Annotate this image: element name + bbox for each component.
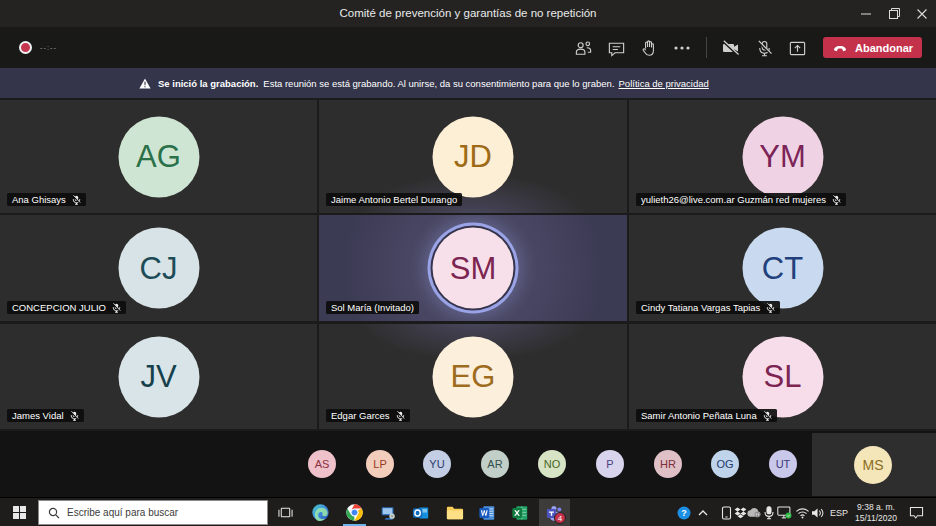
chrome-app-icon[interactable]	[341, 500, 367, 525]
raise-hand-icon	[640, 39, 658, 57]
participant-tile[interactable]: CJCONCEPCION JULIO	[0, 215, 317, 321]
edge-app-icon[interactable]	[307, 500, 333, 525]
participant-tile[interactable]: JVJames Vidal	[0, 324, 317, 429]
participant-tile[interactable]: SMSol María (Invitado)	[319, 215, 627, 321]
volume-tray-icon[interactable]	[809, 502, 827, 523]
participant-tile[interactable]: YMyulieth26@live.com.ar Guzmán red mujer…	[629, 100, 936, 213]
outlook-app-icon[interactable]	[408, 500, 434, 525]
action-center-icon	[909, 506, 924, 520]
overflow-participant-avatar[interactable]: LP	[366, 450, 394, 478]
participant-avatar: EG	[433, 336, 514, 417]
muted-mic-icon	[832, 195, 841, 205]
word-app-icon[interactable]	[474, 500, 500, 525]
task-view-button[interactable]	[272, 500, 298, 525]
muted-mic-icon	[763, 411, 772, 421]
participant-name: Ana Ghisays	[12, 194, 66, 205]
monitor-shield-icon	[777, 506, 792, 519]
file-explorer-app-icon[interactable]	[441, 500, 467, 525]
taskbar-search-input[interactable]: Escribe aquí para buscar	[38, 500, 268, 525]
muted-mic-icon	[70, 411, 79, 421]
clock-date: 15/11/2020	[855, 513, 897, 524]
speaker-icon	[811, 507, 825, 519]
task-view-icon	[278, 505, 293, 520]
language-indicator[interactable]: ESP	[828, 498, 850, 526]
help-icon: ?	[677, 506, 691, 520]
recording-indicator-icon	[19, 41, 32, 54]
participant-nameplate: Jaime Antonio Bertel Durango	[326, 193, 462, 206]
recording-banner-content: Se inició la grabación. Esta reunión se …	[139, 68, 709, 98]
search-placeholder: Escribe aquí para buscar	[67, 507, 178, 518]
restore-icon	[889, 8, 900, 19]
overflow-participant-avatar[interactable]: NO	[538, 450, 566, 478]
excel-app-icon[interactable]	[507, 500, 533, 525]
overflow-participant-avatar[interactable]: YU	[423, 450, 451, 478]
participant-nameplate: Samir Antonio Peñata Luna	[636, 409, 777, 422]
participant-tile[interactable]: EGEdgar Garces	[319, 324, 627, 429]
participant-nameplate: yulieth26@live.com.ar Guzmán red mujeres	[636, 193, 846, 206]
minimize-button[interactable]	[852, 0, 880, 27]
help-tray-icon[interactable]: ?	[675, 502, 693, 523]
meeting-toolbar: --:--	[0, 27, 936, 68]
title-bar: Comité de prevención y garantías de no r…	[0, 0, 936, 27]
share-screen-button[interactable]	[787, 38, 807, 58]
participant-name: Sol María (Invitado)	[331, 302, 414, 313]
more-actions-button[interactable]	[672, 38, 692, 58]
svg-text:?: ?	[681, 508, 687, 518]
participant-name: Samir Antonio Peñata Luna	[641, 410, 757, 421]
folder-icon	[445, 503, 464, 522]
action-center-button[interactable]	[903, 502, 929, 523]
participant-tile[interactable]: CTCindy Tatiana Vargas Tapias	[629, 215, 936, 321]
start-button[interactable]	[6, 498, 32, 526]
overflow-participant-avatar[interactable]: UT	[769, 450, 797, 478]
participant-avatar: SL	[742, 336, 823, 417]
participant-tile[interactable]: JDJaime Antonio Bertel Durango	[319, 100, 627, 213]
camera-toggle-button[interactable]	[721, 38, 741, 58]
security-health-tray-icon[interactable]	[775, 502, 793, 523]
participant-avatar: SM	[433, 228, 514, 309]
muted-mic-icon	[72, 195, 81, 205]
edge-icon	[311, 503, 330, 522]
muted-mic-icon	[766, 303, 775, 313]
overflow-participant-avatar[interactable]: AS	[308, 450, 336, 478]
participant-nameplate: Ana Ghisays	[7, 193, 86, 206]
close-icon	[917, 9, 927, 19]
participant-nameplate: CONCEPCION JULIO	[7, 301, 126, 314]
outlook-icon	[412, 504, 430, 522]
participant-nameplate: Cindy Tatiana Vargas Tapias	[636, 301, 780, 314]
participant-avatar: YM	[742, 116, 823, 197]
excel-icon	[511, 504, 529, 522]
restore-button[interactable]	[880, 0, 908, 27]
raise-hand-button[interactable]	[639, 38, 659, 58]
chat-icon	[607, 39, 626, 58]
show-participants-button[interactable]	[573, 38, 593, 58]
taskbar-clock[interactable]: 9:38 a. m. 15/11/2020	[851, 498, 901, 526]
privacy-policy-link[interactable]: Política de privacidad	[619, 78, 709, 89]
minimize-icon	[861, 9, 871, 19]
teams-notification-badge: 4	[554, 512, 566, 524]
self-view-tile[interactable]: MS	[812, 433, 936, 496]
tray-expand-chevron[interactable]	[694, 502, 712, 523]
word-icon	[478, 504, 496, 522]
participant-tile[interactable]: SLSamir Antonio Peñata Luna	[629, 324, 936, 429]
mic-toggle-button[interactable]	[754, 38, 774, 58]
computer-icon	[379, 504, 397, 522]
overflow-participant-avatar[interactable]: HR	[654, 450, 682, 478]
participant-avatar: AG	[118, 116, 199, 197]
recording-banner: Se inició la grabación. Esta reunión se …	[0, 68, 936, 98]
chevron-up-icon	[698, 509, 708, 517]
warning-icon	[139, 78, 151, 89]
windows-logo-icon	[13, 506, 26, 519]
participant-nameplate: Edgar Garces	[326, 409, 410, 422]
overflow-participant-avatar[interactable]: OG	[711, 450, 739, 478]
overflow-participants-strip: MS ASLPYUARNOPHROGUT	[0, 431, 936, 497]
leave-meeting-button[interactable]: Abandonar	[823, 37, 922, 58]
participant-avatar: JV	[118, 336, 199, 417]
close-button[interactable]	[908, 0, 936, 27]
overflow-participant-avatar[interactable]: AR	[481, 450, 509, 478]
overflow-participant-avatar[interactable]: P	[596, 450, 624, 478]
participant-tile[interactable]: AGAna Ghisays	[0, 100, 317, 213]
meeting-timer: --:--	[40, 41, 70, 54]
chat-button[interactable]	[606, 38, 626, 58]
banner-text: Esta reunión se está grabando. Al unirse…	[263, 78, 614, 89]
remote-desktop-app-icon[interactable]	[375, 500, 401, 525]
